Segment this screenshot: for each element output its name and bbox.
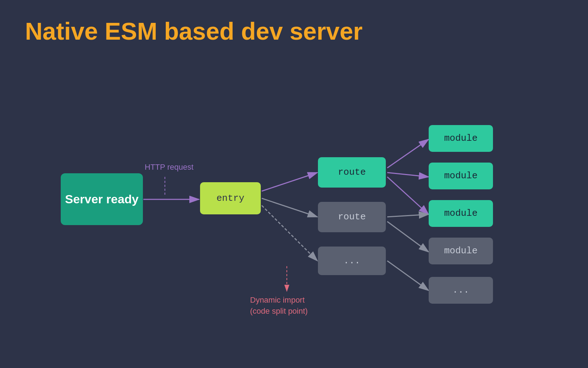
module-4-node: module: [429, 238, 493, 264]
entry-node: entry: [200, 182, 261, 214]
svg-line-9: [387, 139, 428, 168]
route-gray-node: route: [318, 202, 386, 232]
svg-line-6: [262, 198, 318, 217]
module-2-node: module: [429, 163, 493, 189]
module-3-node: module: [429, 200, 493, 227]
svg-line-13: [387, 222, 428, 252]
server-ready-node: Server ready: [61, 173, 143, 225]
http-request-label: HTTP request: [145, 163, 194, 172]
route-green-node: route: [318, 157, 386, 188]
diagram: Server ready entry route route ... modul…: [25, 66, 563, 345]
svg-line-10: [387, 173, 428, 177]
dots-gray-node: ...: [318, 247, 386, 275]
slide: Native ESM based dev server: [0, 0, 588, 368]
dots-right-node: ...: [429, 277, 493, 304]
module-1-node: module: [429, 125, 493, 152]
svg-line-7: [262, 205, 318, 261]
page-title: Native ESM based dev server: [25, 18, 563, 45]
svg-line-12: [387, 214, 428, 217]
svg-line-11: [387, 177, 428, 214]
svg-line-5: [262, 173, 318, 191]
dynamic-import-label: Dynamic import(code split point): [250, 295, 308, 317]
svg-line-14: [387, 261, 428, 290]
